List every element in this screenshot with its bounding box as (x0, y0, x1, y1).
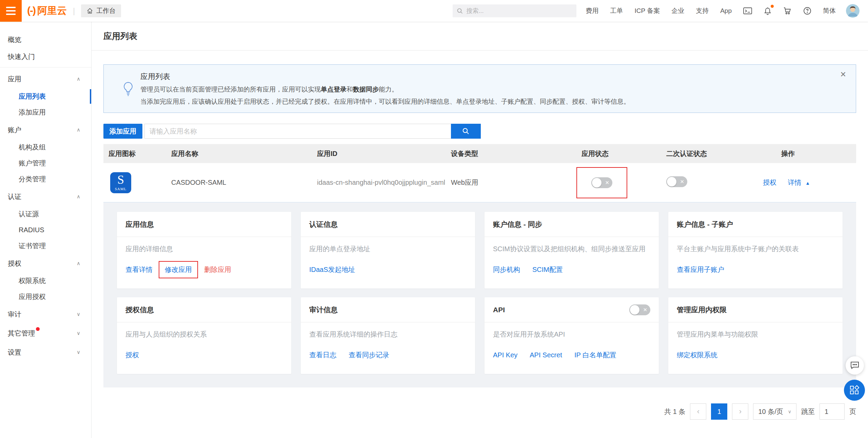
card-desc: 应用的详细信息 (125, 244, 283, 254)
detail-link[interactable]: 详情 (788, 179, 802, 186)
sidebar-group-authentication[interactable]: 认证 ∧ (0, 187, 91, 206)
page-title: 应用列表 (103, 31, 137, 42)
bell-icon[interactable] (764, 7, 772, 15)
col-app-icon: 应用图标 (103, 149, 166, 158)
sidebar-item-overview[interactable]: 概览 (0, 31, 91, 48)
mfa-status-toggle-off[interactable]: ✕ (666, 176, 687, 187)
card-authorization-info: 授权信息 应用与人员组织的授权关系 授权 (117, 297, 291, 374)
jump-page-input[interactable] (820, 403, 845, 420)
info-banner: 应用列表 管理员可以在当前页面管理已经添加的所有应用，应用可以实现单点登录和数据… (103, 64, 856, 113)
prev-page-button[interactable]: ‹ (690, 403, 706, 420)
nav-item-billing[interactable]: 费用 (586, 6, 599, 15)
topbar-search[interactable] (453, 4, 576, 17)
sidebar-item-org-group[interactable]: 机构及组 (0, 139, 91, 155)
topbar-nav: 费用 工单 ICP 备案 企业 支持 App 简体 (586, 6, 836, 15)
terminal-icon[interactable] (743, 7, 752, 15)
sidebar-group-application[interactable]: 应用 ∧ (0, 69, 91, 88)
view-sync-record-link[interactable]: 查看同步记录 (349, 351, 389, 360)
chat-bubble-icon (850, 361, 860, 370)
banner-line-1: 管理员可以在当前页面管理已经添加的所有应用，应用可以实现单点登录和数据同步能力。 (140, 85, 835, 94)
help-icon[interactable] (803, 7, 811, 15)
cart-icon[interactable] (783, 7, 792, 15)
notification-dot (771, 5, 774, 8)
card-app-info: 应用信息 应用的详细信息 查看详情 修改应用 删除应用 (117, 212, 291, 288)
api-toggle-off[interactable]: ✕ (629, 304, 650, 315)
search-button[interactable] (451, 124, 481, 139)
next-page-button[interactable]: › (732, 403, 748, 420)
sidebar-item-auth-source[interactable]: 认证源 (0, 206, 91, 222)
nav-item-support[interactable]: 支持 (696, 6, 709, 15)
sidebar-item-category-mgmt[interactable]: 分类管理 (0, 171, 91, 187)
sidebar-item-app-list[interactable]: 应用列表 (0, 88, 91, 104)
menu-icon[interactable] (0, 0, 22, 22)
add-app-button[interactable]: 添加应用 (103, 124, 142, 139)
nav-item-enterprise[interactable]: 企业 (671, 6, 684, 15)
topbar-search-input[interactable] (467, 7, 565, 15)
modify-app-link[interactable]: 修改应用 (159, 261, 198, 278)
authorize-link[interactable]: 授权 (763, 179, 776, 186)
avatar[interactable] (846, 4, 860, 18)
delete-app-link[interactable]: 删除应用 (204, 265, 231, 274)
scim-config-link[interactable]: SCIM配置 (532, 265, 563, 274)
lightbulb-icon (122, 82, 134, 97)
authorize-link[interactable]: 授权 (125, 351, 139, 360)
chevron-up-icon: ∧ (77, 187, 80, 206)
idaas-sso-link[interactable]: IDaaS发起地址 (309, 265, 355, 274)
card-desc: 平台主账户与应用系统中子账户的关联表 (677, 244, 834, 254)
sidebar-item-add-app[interactable]: 添加应用 (0, 104, 91, 120)
app-id-cell: idaas-cn-shanghai-pvl0hq0ojjpplugin_saml (312, 179, 446, 186)
view-sub-account-link[interactable]: 查看应用子账户 (677, 265, 724, 274)
topbar: (-) 阿里云 | 工作台 费用 工单 ICP 备案 企业 支持 App 简体 (0, 0, 868, 22)
card-title: 授权信息 (117, 297, 291, 322)
app-name-search-input[interactable] (144, 124, 451, 139)
card-desc: 管理应用内菜单与功能权限 (677, 330, 834, 339)
feedback-button[interactable] (846, 356, 864, 375)
app-status-cell: ✕ (576, 167, 661, 198)
sidebar-item-app-authorization[interactable]: 应用授权 (0, 289, 91, 305)
bind-permission-system-link[interactable]: 绑定权限系统 (677, 351, 717, 360)
page-size-select[interactable]: 10 条/页 ∨ (753, 403, 796, 420)
close-icon[interactable]: ✕ (840, 70, 846, 79)
card-title: 管理应用内权限 (668, 297, 843, 322)
card-desc: 是否对应用开放系统API (493, 330, 650, 339)
current-page[interactable]: 1 (711, 403, 727, 420)
workbench-button[interactable]: 工作台 (81, 4, 121, 17)
sidebar-group-authorization[interactable]: 授权 ∧ (0, 254, 91, 273)
nav-item-ticket[interactable]: 工单 (610, 6, 623, 15)
alibaba-cloud-logo[interactable]: (-) 阿里云 (27, 4, 67, 18)
sidebar-item-radius[interactable]: RADIUS (0, 222, 91, 238)
ip-whitelist-link[interactable]: IP 白名单配置 (574, 351, 616, 360)
app-status-toggle-off[interactable]: ✕ (591, 177, 612, 188)
mfa-status-cell: ✕ (661, 176, 760, 189)
nav-item-icp[interactable]: ICP 备案 (635, 6, 660, 15)
nav-item-app[interactable]: App (720, 7, 732, 15)
col-actions: 操作 (760, 149, 856, 158)
view-detail-link[interactable]: 查看详情 (125, 265, 153, 274)
sidebar-group-settings[interactable]: 设置 ∨ (0, 343, 91, 362)
sidebar-item-account-mgmt[interactable]: 账户管理 (0, 155, 91, 171)
col-mfa-status: 二次认证状态 (661, 149, 760, 158)
banner-title: 应用列表 (140, 72, 835, 82)
locale-switcher[interactable]: 简体 (823, 6, 836, 15)
chevron-up-icon: ∧ (77, 120, 80, 139)
api-secret-link[interactable]: API Secret (530, 351, 562, 359)
sidebar-group-audit[interactable]: 审计 ∨ (0, 305, 91, 324)
banner-text: 应用列表 管理员可以在当前页面管理已经添加的所有应用，应用可以实现单点登录和数据… (104, 65, 856, 106)
sync-org-link[interactable]: 同步机构 (493, 265, 520, 274)
view-log-link[interactable]: 查看日志 (309, 351, 336, 360)
chevron-down-icon: ∨ (77, 305, 80, 324)
card-title: API ✕ (485, 297, 659, 322)
api-key-link[interactable]: API Key (493, 351, 517, 359)
col-app-id: 应用ID (312, 149, 446, 158)
sidebar-item-permission-system[interactable]: 权限系统 (0, 273, 91, 289)
card-desc: 查看应用系统详细的操作日志 (309, 330, 467, 339)
sidebar: 概览 快速入门 应用 ∧ 应用列表 添加应用 账户 ∧ 机构及组 账户管理 分类… (0, 22, 92, 438)
app-icon-cell: S SAML (103, 172, 166, 193)
sidebar-item-cert-mgmt[interactable]: 证书管理 (0, 238, 91, 254)
quick-apps-button[interactable] (844, 380, 865, 401)
sidebar-group-account[interactable]: 账户 ∧ (0, 120, 91, 139)
sidebar-item-quickstart[interactable]: 快速入门 (0, 48, 91, 65)
sidebar-divider (0, 67, 91, 67)
sidebar-group-other-mgmt[interactable]: 其它管理 ∨ (0, 324, 91, 343)
device-type-cell: Web应用 (446, 178, 576, 187)
